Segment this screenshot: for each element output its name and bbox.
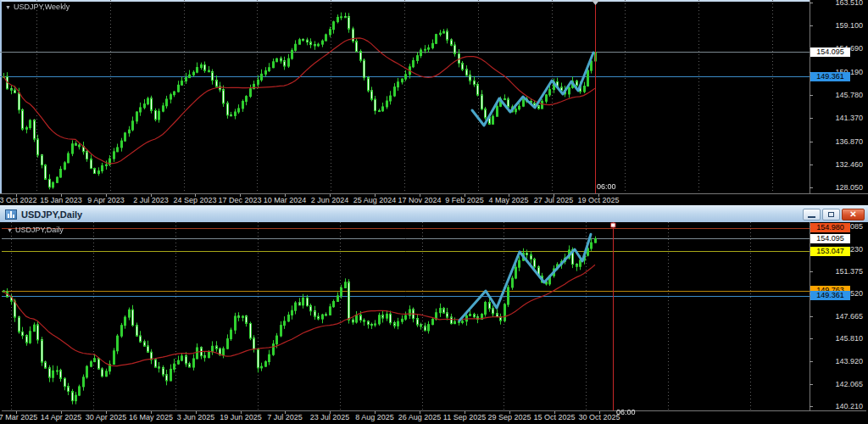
date-tick-label: 16 May 2025 xyxy=(129,413,173,421)
weekly-symbol-label: ▼USDJPY,Weekly xyxy=(5,3,70,11)
date-tick-label: 2 Jun 2024 xyxy=(311,196,349,204)
price-tick-label: 136.870 xyxy=(815,137,863,146)
price-tick-mark xyxy=(810,165,813,165)
daily-chart-plot[interactable] xyxy=(2,222,810,410)
date-tick-label: 19 Jun 2025 xyxy=(220,413,262,421)
price-tick-label: 140.210 xyxy=(815,402,863,410)
close-button[interactable]: ✕ xyxy=(842,209,865,220)
date-tick-label: 26 Aug 2025 xyxy=(398,413,442,421)
date-tick-label: 2 Jul 2023 xyxy=(133,196,169,204)
price-tick-mark xyxy=(810,95,813,96)
price-tick-label: 159.100 xyxy=(815,21,863,30)
restore-button[interactable] xyxy=(822,209,840,220)
price-tick-label: 147.665 xyxy=(815,312,863,321)
date-tick-label: 11 Sep 2025 xyxy=(443,413,486,421)
price-tick-mark xyxy=(810,142,813,142)
price-tick-mark xyxy=(810,271,813,272)
date-tick-label: 27 Jul 2025 xyxy=(534,196,574,204)
price-tick-label: 132.460 xyxy=(815,160,863,169)
date-tick-label: 3 Jun 2025 xyxy=(177,413,215,421)
date-tick-label: 10 Mar 2024 xyxy=(264,196,307,204)
price-tick-label: 141.370 xyxy=(815,114,863,122)
price-tick-label: 142.065 xyxy=(815,380,863,388)
price-tag: 154.980 xyxy=(810,223,850,232)
symbol-dropdown-icon: ▼ xyxy=(5,4,11,10)
price-tag: 149.361 xyxy=(810,72,850,81)
price-tick-mark xyxy=(810,187,813,188)
date-tick-label: 8 Aug 2025 xyxy=(355,413,394,421)
daily-window-titlebar[interactable]: USDJPY,Daily ✕ xyxy=(0,205,868,222)
date-tick-label: 17 Nov 2024 xyxy=(398,196,441,204)
date-tick-label: 25 Aug 2024 xyxy=(353,196,397,204)
price-tick-mark xyxy=(810,316,813,317)
price-tick-label: 163.510 xyxy=(815,0,863,7)
daily-vline-time-label: 06:00 xyxy=(616,408,636,416)
weekly-vline-time-label: 06:00 xyxy=(597,182,616,191)
symbol-text: USDJPY,Daily xyxy=(15,226,64,234)
date-tick-label: 30 Oct 2025 xyxy=(578,413,620,421)
date-tick-label: 23 Oct 2022 xyxy=(0,196,37,204)
date-tick-label: 4 May 2025 xyxy=(488,196,528,204)
date-tick-label: 19 Oct 2025 xyxy=(577,196,619,204)
date-tick-label: 9 Apr 2023 xyxy=(87,196,125,204)
price-tick-label: 151.375 xyxy=(815,267,863,276)
chart-icon xyxy=(5,209,17,220)
date-tick-label: 30 Apr 2025 xyxy=(86,413,127,421)
price-tick-mark xyxy=(810,25,813,26)
date-tick-label: 14 Apr 2025 xyxy=(41,413,82,421)
date-tick-label: 29 Sep 2025 xyxy=(487,413,531,421)
date-tick-label: 24 Sep 2023 xyxy=(173,196,216,204)
price-tick-label: 145.810 xyxy=(815,334,863,343)
minimize-button[interactable] xyxy=(803,209,821,220)
price-tick-mark xyxy=(810,118,813,119)
price-tick-mark xyxy=(810,338,813,339)
date-tick-label: 27 Mar 2025 xyxy=(0,413,37,421)
price-tick-label: 145.780 xyxy=(815,91,863,99)
price-tick-mark xyxy=(810,3,813,3)
date-tick-label: 15 Oct 2025 xyxy=(533,413,575,421)
date-tick-label: 9 Feb 2025 xyxy=(445,196,484,204)
price-tick-label: 128.050 xyxy=(815,183,863,192)
price-tag: 154.095 xyxy=(810,47,850,57)
price-tag: 154.095 xyxy=(810,234,850,243)
price-tag: 153.047 xyxy=(810,247,850,256)
date-tick-label: 15 Jan 2023 xyxy=(40,196,82,204)
date-tick-label: 17 Dec 2023 xyxy=(218,196,261,204)
price-tick-mark xyxy=(810,361,813,362)
price-tick-mark xyxy=(810,406,813,407)
price-tick-label: 143.920 xyxy=(815,357,863,365)
symbol-text: USDJPY,Weekly xyxy=(14,3,70,11)
symbol-dropdown-icon: ▼ xyxy=(7,227,13,233)
price-tick-mark xyxy=(810,384,813,385)
mt4-workspace: ▼USDJPY,Weekly 06:00 USDJPY,Daily ✕ ▼USD… xyxy=(0,0,868,424)
weekly-chart-plot[interactable] xyxy=(0,0,810,193)
price-tag: 149.361 xyxy=(810,291,850,300)
date-tick-label: 7 Jul 2025 xyxy=(267,413,303,421)
daily-symbol-label: ▼USDJPY,Daily xyxy=(7,226,64,234)
window-title: USDJPY,Daily xyxy=(21,209,82,220)
date-tick-label: 23 Jul 2025 xyxy=(310,413,350,421)
